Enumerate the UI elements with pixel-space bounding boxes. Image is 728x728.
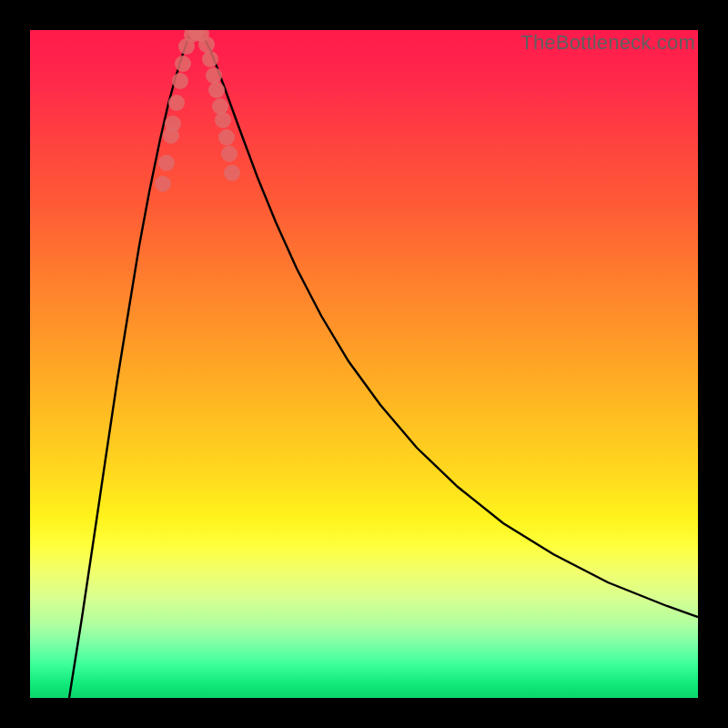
data-point-marker	[168, 95, 185, 111]
data-point-marker	[215, 112, 231, 128]
data-point-marker	[218, 129, 235, 146]
data-point-marker	[224, 165, 240, 181]
data-point-marker	[155, 176, 171, 192]
curve-right-branch	[203, 35, 698, 617]
data-point-marker	[208, 82, 225, 98]
data-point-marker	[202, 51, 218, 67]
data-point-marker	[165, 116, 181, 132]
data-point-marker	[198, 36, 215, 53]
watermark-text: TheBottleneck.com	[521, 31, 695, 55]
data-point-marker	[221, 146, 238, 162]
data-point-marker	[206, 67, 222, 84]
data-point-marker	[212, 98, 228, 115]
plot-area	[30, 30, 698, 698]
chart-frame: TheBottleneck.com	[0, 0, 728, 728]
data-point-marker	[175, 56, 191, 72]
data-point-marker	[172, 73, 188, 89]
curve-layer	[30, 30, 698, 698]
data-point-marker	[158, 155, 175, 171]
